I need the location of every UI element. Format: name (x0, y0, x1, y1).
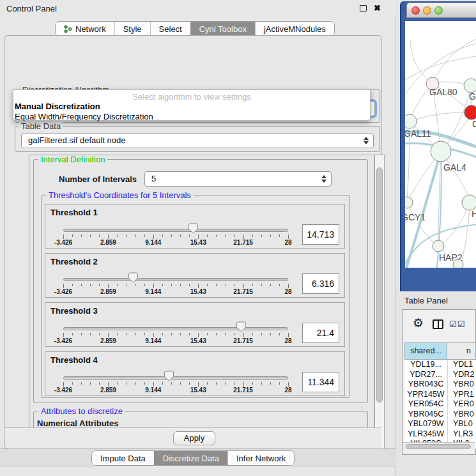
scale-label: 2.859 (100, 387, 116, 394)
table-data-value: galFiltered.sif default node (28, 135, 125, 145)
slider-thumb[interactable] (236, 321, 246, 332)
slider-track[interactable] (63, 278, 288, 281)
table-row[interactable]: YDR27...YDR2 (404, 370, 476, 380)
slider-track[interactable] (63, 376, 288, 380)
network-graph: GAL80GCGAL11GAL4GCY1HHAP2 (405, 21, 476, 268)
tab-style[interactable]: Style (114, 22, 150, 36)
scale-label: 2.859 (100, 288, 116, 295)
slider-scale-labels: -3.4262.8599.14415.4321.71528 (63, 288, 288, 296)
tab-select[interactable]: Select (150, 22, 190, 36)
table-row[interactable]: YER054CYER0 (404, 399, 476, 410)
apply-button[interactable]: Apply (173, 431, 215, 445)
tab-cyni-toolbox[interactable]: Cyni Toolbox (190, 22, 255, 36)
scale-label: -3.426 (54, 288, 72, 295)
threshold-panel: Threshold 3-3.4262.8599.14415.4321.71528… (45, 302, 345, 347)
shared-name-cell: YBR043C (404, 380, 447, 390)
threshold-value: 21.4 (303, 323, 339, 342)
slider-scale-labels: -3.4262.8599.14415.4321.71528 (63, 337, 288, 345)
threshold-panel: Threshold 2-3.4262.8599.14415.4321.71528… (45, 253, 345, 298)
network-node[interactable] (405, 197, 413, 208)
threshold-panel: Threshold 4-3.4262.8599.14415.4321.71528… (45, 351, 345, 396)
gear-icon[interactable]: ⚙ (413, 317, 424, 329)
name-cell: YBR0 (447, 410, 474, 420)
network-node[interactable] (464, 79, 476, 93)
name-cell: YDR2 (447, 370, 474, 380)
name-cell: YDL1 (447, 360, 473, 370)
threshold-value: 11.344 (303, 372, 339, 392)
split-columns-icon[interactable] (433, 319, 443, 329)
tab-label: Infer Network (236, 454, 286, 463)
threshold-value-field[interactable]: 11.344 (302, 372, 339, 392)
column-header-shared[interactable]: shared... (404, 342, 447, 360)
panel-title: Control Panel (6, 4, 57, 13)
scale-label: 21.715 (233, 337, 253, 344)
tab-impute-data[interactable]: Impute Data (92, 451, 154, 465)
close-icon[interactable]: ✖ (374, 3, 381, 13)
node-label: GAL4 (443, 162, 466, 173)
network-node[interactable] (431, 141, 451, 162)
scrollbar-thumb[interactable] (406, 444, 471, 449)
slider-scale-labels: -3.4262.8599.14415.4321.71528 (63, 387, 288, 394)
tab-jactivemnodules[interactable]: jActiveMNodules (255, 22, 334, 36)
network-node[interactable] (464, 105, 476, 119)
minimize-traffic-light-icon[interactable] (423, 6, 431, 15)
tab-label: Network (75, 24, 106, 34)
shared-name-cell: YDL19... (404, 360, 447, 370)
name-cell: YLR3 (447, 429, 473, 440)
slider-thumb[interactable] (164, 371, 174, 381)
threshold-value-field[interactable]: 6.316 (302, 273, 339, 294)
number-of-intervals-combobox[interactable]: 5 (144, 171, 332, 187)
settings-scrollpane: Interval Definition Number of Intervals … (29, 155, 374, 463)
threshold-label: Threshold 2 (50, 257, 98, 266)
network-node[interactable] (462, 195, 476, 210)
control-panel-titlebar: Control Panel ✖ (0, 0, 396, 17)
slider-thumb[interactable] (188, 223, 198, 234)
scale-label: 2.859 (100, 337, 116, 344)
number-of-intervals-label: Number of Intervals (59, 174, 137, 184)
scrollbar-thumb[interactable] (376, 167, 383, 403)
horizontal-scrollbar[interactable] (403, 442, 475, 450)
float-icon[interactable] (360, 5, 367, 12)
tab-infer-network[interactable]: Infer Network (227, 451, 294, 465)
table-row[interactable]: YDL19...YDL1 (404, 360, 476, 370)
threshold-value-field[interactable]: 21.4 (302, 323, 339, 343)
table-row[interactable]: YBR045CYBR0 (404, 410, 476, 420)
node-table-rows[interactable]: YDL19...YDL1YDR27...YDR2YBR043CYBR0YPR14… (404, 360, 476, 449)
table-row[interactable]: YPR145WYPR1 (404, 390, 476, 400)
checkbox-icons[interactable]: ☑☑ (449, 319, 465, 329)
table-row[interactable]: YBR043CYBR0 (404, 380, 476, 390)
slider-thumb[interactable] (128, 272, 138, 283)
node-label: GAL11 (405, 128, 431, 139)
threshold-value-field[interactable]: 14.713 (302, 224, 339, 245)
table-row[interactable]: YBL079WYBL0 (404, 419, 476, 429)
dropdown-item[interactable]: Equal Width/Frequency Discretization (15, 112, 153, 121)
dropdown-item[interactable]: Manual Discretization (15, 102, 100, 111)
network-node[interactable] (453, 259, 463, 268)
slider-track[interactable] (63, 229, 288, 232)
network-view-canvas[interactable]: GAL80GCGAL11GAL4GCY1HHAP2 (405, 21, 476, 268)
shared-name-cell: YER054C (404, 399, 447, 410)
tab-network[interactable]: Network (56, 22, 114, 36)
table-data-combobox[interactable]: galFiltered.sif default node (21, 133, 374, 148)
close-traffic-light-icon[interactable] (411, 6, 420, 15)
shared-name-cell: YPR145W (404, 390, 447, 400)
column-header-name[interactable]: n (447, 342, 476, 360)
vertical-scrollbar[interactable] (374, 155, 385, 463)
scale-label: -3.426 (54, 387, 72, 394)
network-window-titlebar[interactable] (406, 3, 476, 18)
table-row[interactable]: YLR345WYLR3 (404, 429, 476, 440)
table-panel-title: Table Panel (404, 296, 448, 305)
slider-track[interactable] (63, 327, 288, 330)
tab-discretize-data[interactable]: Discretize Data (154, 451, 227, 465)
shared-name-cell: YBR045C (404, 410, 447, 420)
scale-label: 28 (284, 337, 291, 344)
zoom-traffic-light-icon[interactable] (434, 6, 443, 15)
name-cell: YBL0 (447, 419, 473, 429)
network-node[interactable] (405, 114, 417, 128)
combo-stepper-icon (321, 175, 326, 183)
table-data-legend: Table Data (19, 121, 63, 131)
tab-label: Cyni Toolbox (199, 24, 247, 34)
network-node[interactable] (433, 240, 444, 252)
slider-scale-labels: -3.4262.8599.14415.4321.71528 (63, 239, 288, 247)
threshold-label: Threshold 4 (50, 355, 98, 365)
